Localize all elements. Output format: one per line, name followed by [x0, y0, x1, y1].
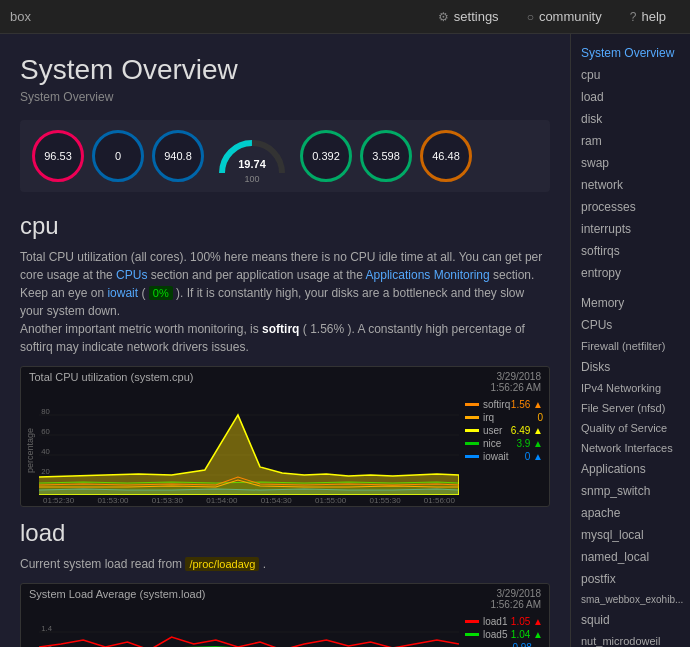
cpu-chart-inner: percentage	[21, 395, 549, 506]
sidebar-item-squid[interactable]: squid	[571, 609, 690, 631]
legend-load15: load15 0.98 ▲	[465, 642, 543, 647]
svg-text:60: 60	[41, 427, 50, 436]
gauge-circle-3: 940.8	[152, 130, 204, 182]
settings-icon: ⚙	[438, 10, 449, 24]
load-y-label: load	[21, 612, 39, 647]
legend-color-softirq	[465, 403, 479, 406]
gauge-3: 940.8	[152, 130, 204, 182]
legend-iowait: iowait 0 ▲	[465, 451, 543, 462]
sidebar-item-processes[interactable]: processes	[571, 196, 690, 218]
sidebar-item-memory[interactable]: Memory	[571, 292, 690, 314]
cpu-chart-area: 80 60 40 20	[39, 395, 459, 506]
sidebar-item-mysql[interactable]: mysql_local	[571, 524, 690, 546]
load-desc: Current system load read from /proc/load…	[20, 555, 550, 573]
legend-color-irq	[465, 416, 479, 419]
main-layout: System Overview System Overview 96.53 0 …	[0, 34, 690, 647]
sidebar-item-qos[interactable]: Quality of Service	[571, 418, 690, 438]
sidebar-item-interrupts[interactable]: interrupts	[571, 218, 690, 240]
svg-text:40: 40	[41, 447, 50, 456]
cpu-desc: Total CPU utilization (all cores). 100% …	[20, 248, 550, 356]
sidebar-item-netinterfaces[interactable]: Network Interfaces	[571, 438, 690, 458]
gauge-circle-5: 0.392	[300, 130, 352, 182]
sidebar-item-entropy[interactable]: entropy	[571, 262, 690, 284]
app-monitoring-link[interactable]: Applications Monitoring	[366, 268, 490, 282]
legend-color-iowait	[465, 455, 479, 458]
gauge-circle-2: 0	[92, 130, 144, 182]
nav-community[interactable]: ○ community	[513, 0, 616, 34]
legend-color-load5	[465, 633, 479, 636]
sidebar-item-sma[interactable]: sma_webbox_exohib...	[571, 590, 690, 609]
load-chart-header: System Load Average (system.load) 3/29/2…	[21, 584, 549, 610]
top-nav: box ⚙ settings ○ community ? help	[0, 0, 690, 34]
legend-color-user	[465, 429, 479, 432]
cpu-chart-svg: 80 60 40 20	[39, 395, 459, 495]
sidebar-item-apache[interactable]: apache	[571, 502, 690, 524]
sidebar-item-softirqs[interactable]: softirqs	[571, 240, 690, 262]
page-subtitle: System Overview	[20, 90, 550, 104]
sidebar-item-disk[interactable]: disk	[571, 108, 690, 130]
sidebar-item-cpus[interactable]: CPUs	[571, 314, 690, 336]
gauge-circle-6: 3.598	[360, 130, 412, 182]
proc-loadavg-link[interactable]: /proc/loadavg	[185, 557, 259, 571]
sidebar-item-load[interactable]: load	[571, 86, 690, 108]
svg-rect-10	[39, 612, 459, 647]
svg-text:80: 80	[41, 407, 50, 416]
sidebar-item-ipv4[interactable]: IPv4 Networking	[571, 378, 690, 398]
nav-help[interactable]: ? help	[616, 0, 680, 34]
sidebar-item-system-overview[interactable]: System Overview	[571, 42, 690, 64]
legend-nice: nice 3.9 ▲	[465, 438, 543, 449]
sidebar-item-nut[interactable]: nut_microdoweil	[571, 631, 690, 647]
cpus-link[interactable]: CPUs	[116, 268, 147, 282]
cpu-chart-header: Total CPU utilization (system.cpu) 3/29/…	[21, 367, 549, 393]
gauge-big-range: 100	[244, 174, 259, 184]
sidebar-item-disks[interactable]: Disks	[571, 356, 690, 378]
gauge-6: 3.598	[360, 130, 412, 182]
sidebar-item-fileserver[interactable]: File Server (nfsd)	[571, 398, 690, 418]
legend-load1: load1 1.05 ▲	[465, 616, 543, 627]
sidebar-item-named[interactable]: named_local	[571, 546, 690, 568]
gauge-circle-1: 96.53	[32, 130, 84, 182]
svg-text:19.74: 19.74	[238, 158, 266, 170]
community-icon: ○	[527, 10, 534, 24]
iowait-value: 0%	[149, 286, 173, 300]
main-content: System Overview System Overview 96.53 0 …	[0, 34, 570, 647]
gauge-5: 0.392	[300, 130, 352, 182]
cpu-section-title: cpu	[20, 212, 550, 240]
sidebar: System Overview cpu load disk ram swap n…	[570, 34, 690, 647]
cpu-x-labels: 01:52:3001:53:0001:53:3001:54:00 01:54:3…	[39, 495, 459, 506]
load-chart-svg: 1.4 1.2 1.0 0.8	[39, 612, 459, 647]
softirq-label: softirq	[262, 322, 299, 336]
semi-gauge-svg: 19.74	[212, 128, 292, 178]
load-chart-area: 1.4 1.2 1.0 0.8 01:52:3001:53:0001:53:30…	[39, 612, 459, 647]
legend-color-nice	[465, 442, 479, 445]
legend-irq: irq 0	[465, 412, 543, 423]
gauge-2: 0	[92, 130, 144, 182]
load-chart-container: System Load Average (system.load) 3/29/2…	[20, 583, 550, 647]
gauge-1: 96.53	[32, 130, 84, 182]
svg-text:1.4: 1.4	[41, 624, 52, 633]
legend-user: user 6.49 ▲	[465, 425, 543, 436]
sidebar-item-network[interactable]: network	[571, 174, 690, 196]
legend-softirq: softirq 1.56 ▲	[465, 399, 543, 410]
sidebar-item-firewall[interactable]: Firewall (netfilter)	[571, 336, 690, 356]
sidebar-item-swap[interactable]: swap	[571, 152, 690, 174]
svg-text:20: 20	[41, 467, 50, 476]
load-chart-timestamp: 3/29/2018 1:56:26 AM	[490, 588, 541, 610]
load-legend: load1 1.05 ▲ load5 1.04 ▲ load15 0.98 ▲	[459, 612, 549, 647]
help-icon: ?	[630, 10, 637, 24]
cpu-chart-title: Total CPU utilization (system.cpu)	[29, 371, 193, 383]
nav-settings[interactable]: ⚙ settings	[424, 0, 513, 34]
cpu-legend: softirq 1.56 ▲ irq 0 user 6.49 ▲	[459, 395, 549, 506]
sidebar-item-ram[interactable]: ram	[571, 130, 690, 152]
sidebar-item-applications[interactable]: Applications	[571, 458, 690, 480]
cpu-gauges-row: 96.53 0 940.8 19.74 100	[20, 120, 550, 192]
load-chart-title: System Load Average (system.load)	[29, 588, 206, 600]
cpu-y-label: percentage	[21, 395, 39, 506]
sidebar-item-snmp[interactable]: snmp_switch	[571, 480, 690, 502]
cpu-chart-container: Total CPU utilization (system.cpu) 3/29/…	[20, 366, 550, 507]
load-chart-inner: load 1.4 1.2 1.0 0.8	[21, 612, 549, 647]
sidebar-item-cpu[interactable]: cpu	[571, 64, 690, 86]
iowait-link[interactable]: iowait	[107, 286, 138, 300]
legend-color-load1	[465, 620, 479, 623]
sidebar-item-postfix[interactable]: postfix	[571, 568, 690, 590]
